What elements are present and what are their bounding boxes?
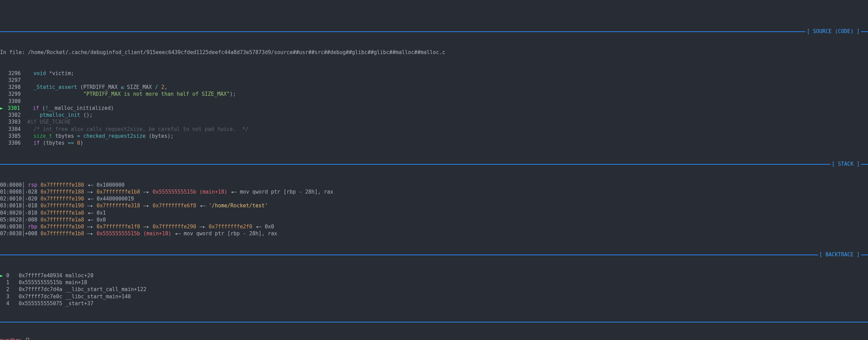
stack-token: —▸ [140, 203, 152, 209]
stack-token [196, 189, 199, 195]
rule-right [861, 164, 868, 165]
source-line: 3304 /* int_free also calls request2size… [0, 126, 868, 133]
cursor [26, 338, 29, 340]
stack-token: (main+18) [143, 230, 171, 237]
stack-token: —▸ [140, 224, 152, 230]
source-line: 3297 [0, 77, 868, 84]
stack-row: 00:0000│ rsp 0x7fffffffe180 ◂— 0x1000000 [0, 182, 868, 188]
stack-token: 0x55555555515b [153, 189, 196, 195]
line-number: 3300 [0, 98, 24, 105]
stack-token: ◂— [227, 189, 240, 195]
code-token: size_t [33, 133, 52, 139]
stack-index: 04:0020 [0, 210, 22, 216]
rule-right [861, 31, 868, 32]
frame-symbol: malloc+20 [66, 272, 93, 279]
frame-marker: ► [0, 272, 6, 279]
prompt-text: pwndbg> [0, 337, 25, 340]
backtrace-frame: 1 0x55555555515b main+18 [0, 279, 868, 286]
code-token [27, 91, 83, 97]
frame-address: 0x7ffff7e40934 [19, 272, 62, 279]
register-name: rbp [25, 224, 40, 230]
stack-token: 0x7fffffffe1f0 [97, 224, 140, 230]
stack-token: —▸ [84, 203, 97, 209]
stack-index: 06:0030 [0, 224, 22, 230]
stack-token: 0x7fffffffe1b8 [97, 189, 140, 195]
source-file-prefix: In file: [0, 49, 28, 55]
code-token: (tbytes [40, 140, 68, 146]
source-code-block: 3296 void *victim;3297 3298 _Static_asse… [0, 70, 868, 147]
stack-token: —▸ [196, 224, 209, 230]
stack-token: ◂— [84, 196, 97, 202]
stack-row: 03:0018│-018 0x7fffffffe198 —▸ 0x7ffffff… [0, 202, 868, 209]
stack-divider: │ [22, 224, 25, 230]
stack-divider: │ [22, 203, 25, 209]
code-token: if [33, 140, 40, 146]
section-header-stack: [ STACK ] [0, 161, 868, 167]
code-token: (PTRDIFF_MAX [77, 84, 121, 90]
stack-divider: │ [22, 182, 25, 188]
stack-offset: +008 [25, 230, 40, 237]
line-number: 3297 [0, 77, 24, 84]
code-token: 0 [77, 140, 80, 146]
code-token: ptmalloc_init [40, 112, 80, 118]
stack-token: ◂— [84, 217, 97, 223]
stack-token: ◂— [196, 203, 209, 209]
stack-index: 07:0038 [0, 230, 22, 237]
stack-offset: -020 [25, 196, 40, 202]
code-token: (); [80, 112, 93, 118]
line-number: 3303 [0, 119, 24, 125]
stack-index: 05:0028 [0, 217, 22, 223]
stack-token: 0x1000000 [97, 182, 124, 188]
line-number: 3299 [0, 91, 24, 97]
code-token: ); [230, 91, 236, 97]
code-token: * [49, 70, 52, 76]
source-line: 3300 [0, 98, 868, 105]
frame-index: 1 [6, 279, 19, 286]
stack-token: —▸ [84, 224, 97, 230]
section-header-backtrace: [ BACKTRACE ] [0, 251, 868, 258]
stack-row: 05:0028│-008 0x7fffffffe1a8 ◂— 0x0 [0, 216, 868, 223]
code-token [27, 105, 33, 111]
stack-divider: │ [22, 230, 25, 237]
stack-token: '/home/Rocket/test' [209, 203, 268, 209]
stack-divider: │ [22, 217, 25, 223]
line-number: 3306 [0, 140, 24, 146]
code-token [27, 84, 33, 90]
stack-token: —▸ [84, 189, 97, 195]
stack-row: 07:0038│+008 0x7fffffffe1b8 —▸ 0x5555555… [0, 230, 868, 237]
stack-divider: │ [22, 210, 25, 216]
stack-offset: -008 [25, 217, 40, 223]
code-token [27, 133, 33, 139]
bottom-rule [0, 322, 868, 322]
stack-token: 0x7fffffffe180 [40, 182, 84, 188]
section-title-stack: [ STACK ] [830, 161, 861, 167]
stack-token: 0x7fffffffe1b0 [40, 224, 84, 230]
code-token: / [155, 84, 158, 90]
stack-token: 0x7fffffffe1a0 [40, 210, 84, 216]
stack-token: 0x7fffffffe198 [40, 203, 84, 209]
frame-index: 3 [6, 293, 19, 300]
backtrace-frame: 4 0x555555555075 _start+37 [0, 300, 868, 307]
frame-address: 0x555555555075 [19, 300, 62, 307]
code-token: ! [45, 105, 48, 111]
frame-marker [0, 286, 6, 292]
source-file-line: In file: /home/Rocket/.cache/debuginfod_… [0, 49, 868, 56]
source-line: 3299 "PTRDIFF_MAX is not more than half … [0, 91, 868, 97]
stack-token: 0x1 [97, 210, 106, 216]
stack-token: ◂— [171, 230, 184, 237]
code-token: victim; [52, 70, 74, 76]
stack-token: 0x55555555515b [97, 230, 140, 237]
prompt-line[interactable]: pwndbg> [0, 337, 868, 340]
rule-right [861, 255, 868, 255]
code-token: /* int_free also calls request2size, be … [27, 126, 248, 132]
backtrace-frame: 2 0x7ffff7dc7d4a __libc_start_call_main+… [0, 286, 868, 293]
section-title-backtrace: [ BACKTRACE ] [818, 251, 861, 258]
stack-index: 00:0000 [0, 182, 22, 188]
stack-divider: │ [22, 189, 25, 195]
source-line: 3296 void *victim; [0, 70, 868, 77]
source-line: 3298 _Static_assert (PTRDIFF_MAX ≤ SIZE_… [0, 84, 868, 91]
stack-token: 0x7fffffffe290 [153, 224, 196, 230]
code-token: #if USE_TCACHE [27, 119, 71, 125]
register-name: rsp [25, 182, 40, 188]
line-number: 3305 [0, 133, 24, 140]
